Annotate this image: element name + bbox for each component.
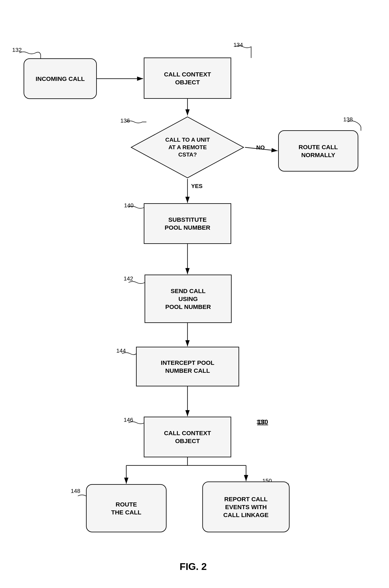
arrow-label-no: NO [256,144,265,151]
ref-138: 138 [343,116,353,123]
route-the-call-box: ROUTETHE CALL [86,484,166,532]
incoming-call-box: INCOMING CALL [24,58,97,99]
report-call-events-box: REPORT CALLEVENTS WITHCALL LINKAGE [202,481,290,532]
intercept-pool-label: INTERCEPT POOLNUMBER CALL [161,359,214,375]
send-call-label: SEND CALLUSINGPOOL NUMBER [165,287,211,311]
ref-140: 140 [124,202,134,209]
call-context-object-2-label: CALL CONTEXTOBJECT [164,429,211,445]
route-call-normally-label: ROUTE CALLNORMALLY [298,143,338,159]
call-context-object-1-label: CALL CONTEXTOBJECT [164,70,211,86]
ref-132: 132 [12,47,22,53]
route-the-call-label: ROUTETHE CALL [111,500,141,516]
ref-146: 146 [124,417,133,423]
diagram-container: 132 134 136 138 140 142 144 146 130 148 … [0,0,389,588]
call-context-object-2-box: CALL CONTEXTOBJECT [144,417,231,457]
route-call-normally-box: ROUTE CALLNORMALLY [278,130,358,172]
diamond-box: CALL TO A UNITAT A REMOTECSTA? [130,116,245,179]
ref-136: 136 [120,118,130,124]
ref-144: 144 [116,348,126,354]
arrow-label-yes: YES [191,183,202,189]
intercept-pool-box: INTERCEPT POOLNUMBER CALL [136,347,239,386]
ref-142: 142 [124,275,133,282]
ref-134: 134 [233,42,243,48]
report-call-events-label: REPORT CALLEVENTS WITHCALL LINKAGE [223,495,269,519]
diamond-label: CALL TO A UNITAT A REMOTECSTA? [165,136,210,158]
fig-caption: FIG. 2 [153,561,234,572]
ref-148: 148 [71,488,80,494]
substitute-pool-label: SUBSTITUTEPOOL NUMBER [165,216,210,232]
incoming-call-label: INCOMING CALL [35,75,85,83]
call-context-object-1-box: CALL CONTEXTOBJECT [144,58,231,99]
send-call-box: SEND CALLUSINGPOOL NUMBER [145,275,232,323]
diagram-ref-130: 130 [257,418,268,426]
substitute-pool-box: SUBSTITUTEPOOL NUMBER [144,203,231,244]
